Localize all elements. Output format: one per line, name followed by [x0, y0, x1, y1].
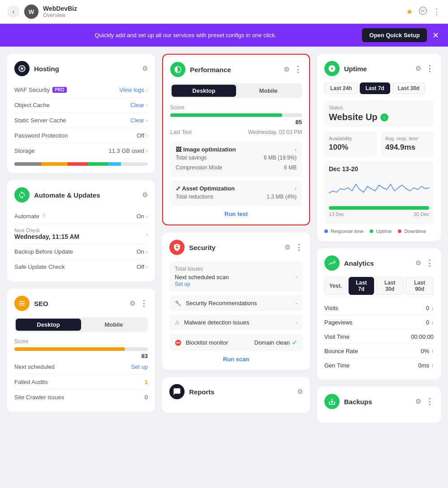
seo-dots-icon[interactable]: ⋮	[140, 298, 148, 308]
seo-next-scheduled: Next scheduled Set up	[14, 359, 148, 375]
security-header: Security ⚙ ⋮	[169, 240, 303, 255]
quick-setup-button[interactable]: Open Quick Setup	[362, 28, 427, 42]
uptime-tab-24h[interactable]: Last 24h	[324, 82, 358, 94]
seo-score-label: Score	[14, 338, 148, 345]
seo-actions: ⚙ ⋮	[129, 298, 148, 308]
uptime-green-bar	[329, 206, 429, 210]
last-test-row: Last Test Wednesday, 02:03 PM	[170, 129, 302, 135]
banner-close-icon[interactable]: ✕	[432, 30, 439, 40]
backup-value[interactable]: On ›	[137, 248, 148, 255]
password-row: Password Protection Off ›	[14, 128, 148, 143]
analytics-header: Analytics ⚙ ⋮	[324, 255, 434, 271]
run-test-button[interactable]: Run test	[170, 211, 302, 217]
bounce-label: Bounce Rate	[324, 348, 358, 354]
visits-trend-icon: ↓	[431, 305, 434, 311]
perf-mobile-tab[interactable]: Mobile	[236, 85, 301, 97]
performance-gear-icon[interactable]: ⚙	[284, 65, 289, 73]
uptime-tab-7d[interactable]: Last 7d	[360, 82, 390, 94]
uptime-gear-icon[interactable]: ⚙	[415, 65, 421, 73]
seo-failed-audits: Failed Audits 1	[14, 375, 148, 390]
storage-value[interactable]: 11.3 GB used ›	[109, 147, 148, 154]
hosting-icon	[14, 61, 30, 76]
analytics-dots-icon[interactable]: ⋮	[426, 258, 434, 268]
performance-header: Performance ⚙ ⋮	[170, 62, 302, 77]
svg-text:W: W	[421, 9, 425, 13]
malware-row: ⚠ Malware detection issues -	[169, 315, 303, 330]
backups-gear-icon[interactable]: ⚙	[415, 397, 421, 406]
next-check-row[interactable]: Next Check Wednesday, 11:15 AM ›	[14, 224, 148, 244]
static-cache-action[interactable]: Clear ›	[130, 117, 148, 124]
waf-action[interactable]: View logs ›	[120, 86, 148, 93]
uptime-tab-30d[interactable]: Last 30d	[392, 82, 426, 94]
password-action[interactable]: Off ›	[137, 132, 148, 139]
analytics-icon	[324, 255, 340, 271]
seo-icon	[14, 296, 30, 311]
next-check-chevron: ›	[146, 231, 148, 238]
storage-bar	[14, 162, 148, 166]
chart-date-start: 13 Dec	[329, 212, 345, 217]
safe-update-value[interactable]: Off ›	[137, 263, 148, 270]
security-gear-icon[interactable]: ⚙	[284, 243, 290, 251]
availability-box: Availability 100%	[324, 131, 377, 156]
backups-dots-icon[interactable]: ⋮	[426, 397, 434, 406]
asset-opt-section: ⤢ Asset Optimization › Total reductions …	[170, 181, 302, 206]
uptime-legend: Response time Uptime Downtime	[324, 229, 434, 234]
seo-crawler-val: 0	[145, 394, 148, 401]
seo-score-fill	[14, 347, 125, 351]
seo-gear-icon[interactable]: ⚙	[129, 299, 135, 307]
visit-time-val: 00:00:00	[411, 333, 434, 340]
hosting-gear-icon[interactable]: ⚙	[142, 65, 148, 73]
gen-time-row: Gen Time 0ms ↑	[324, 358, 434, 372]
legend-downtime: Downtime	[398, 229, 426, 234]
seo-header: SEO ⚙ ⋮	[14, 296, 148, 311]
seo-crawler-row: Site Crawler issues 0	[14, 390, 148, 405]
uptime-dots-icon[interactable]: ⋮	[426, 64, 434, 73]
blocklist-row: ⛔ Blocklist monitor Domain clean ✓	[169, 334, 303, 351]
back-button[interactable]: ‹	[7, 5, 20, 18]
more-options-icon[interactable]: ⋮	[433, 7, 441, 17]
automate-header: Automate & Updates ⚙	[14, 187, 148, 203]
bounce-row: Bounce Rate 0% ↑	[324, 344, 434, 358]
object-cache-action[interactable]: Clear ›	[130, 102, 148, 108]
asset-opt-header[interactable]: ⤢ Asset Optimization ›	[176, 185, 297, 192]
run-scan-button[interactable]: Run scan	[169, 356, 303, 363]
automate-row: Automate ? On ›	[14, 209, 148, 224]
seo-mobile-tab[interactable]: Mobile	[81, 319, 146, 331]
automate-actions: ⚙	[142, 191, 148, 199]
perf-desktop-tab[interactable]: Desktop	[172, 85, 236, 97]
perf-score-bar	[170, 113, 302, 117]
analytics-actions: ⚙ ⋮	[415, 258, 434, 268]
seo-next-value[interactable]: Set up	[131, 363, 148, 370]
automate-value[interactable]: On ›	[137, 213, 148, 220]
static-cache-row: Static Server Cache Clear ›	[14, 113, 148, 128]
automate-gear-icon[interactable]: ⚙	[142, 191, 148, 199]
image-opt-header[interactable]: 🖼 Image optimization ›	[176, 146, 297, 153]
pageviews-val: 0 ↓	[426, 319, 434, 326]
reports-gear-icon[interactable]: ⚙	[297, 388, 303, 396]
analytics-gear-icon[interactable]: ⚙	[415, 259, 421, 267]
safe-update-row: Safe Update Check Off ›	[14, 259, 148, 274]
wordpress-icon[interactable]: W	[418, 6, 427, 17]
gen-trend-icon: ↑	[431, 363, 434, 369]
analytics-tab-yest[interactable]: Yest.	[324, 277, 347, 295]
security-dots-icon[interactable]: ⋮	[295, 242, 303, 252]
avg-resp-label: Avg. resp. time	[385, 136, 429, 141]
last-test-label: Last Test	[170, 129, 192, 135]
performance-actions: ⚙ ⋮	[284, 65, 302, 74]
total-savings-val: 6 MB (19.9%)	[264, 155, 297, 161]
total-reductions-row: Total reductions 1.3 MB (4%)	[176, 192, 297, 202]
analytics-tab-30d[interactable]: Last 30d	[376, 277, 404, 295]
response-dot	[324, 229, 328, 233]
hosting-card: Hosting ⚙ WAF Security PRO View logs › O…	[7, 54, 155, 173]
blocklist-icon: ⛔	[175, 340, 181, 346]
next-scan-link[interactable]: Set up	[175, 281, 190, 287]
star-icon[interactable]: ★	[406, 7, 413, 17]
performance-title: Performance	[190, 66, 284, 73]
analytics-tab-7d[interactable]: Last 7d	[349, 277, 374, 295]
analytics-tab-90d[interactable]: Last 90d	[405, 277, 434, 295]
total-savings-row: Total savings 6 MB (19.9%)	[176, 153, 297, 163]
seo-desktop-tab[interactable]: Desktop	[16, 319, 81, 331]
banner-text: Quickly add and set up all our services …	[9, 32, 362, 39]
performance-segment-bar: Desktop Mobile	[170, 83, 302, 98]
performance-dots-icon[interactable]: ⋮	[294, 65, 302, 74]
